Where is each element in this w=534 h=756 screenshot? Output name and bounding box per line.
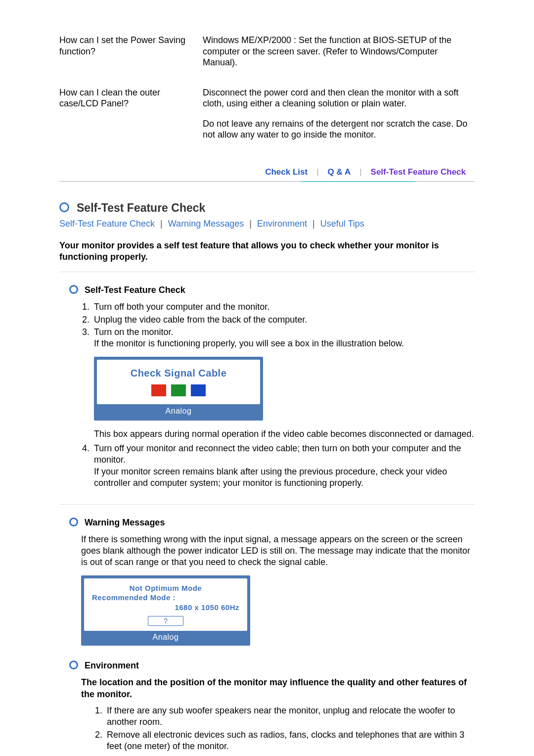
osd-text: Check Signal Cable <box>102 367 255 379</box>
qa-answer: Windows ME/XP/2000 : Set the function at… <box>203 35 475 77</box>
section-header: Self-Test Feature Check Self-Test Featur… <box>59 201 475 229</box>
osd-line: Recommended Mode : <box>92 593 239 603</box>
subnav-tips[interactable]: Useful Tips <box>320 219 364 229</box>
bullet-icon <box>59 202 69 212</box>
sub-heading: Environment <box>85 661 139 670</box>
subnav-warning[interactable]: Warning Messages <box>168 219 244 229</box>
subnav-self-test[interactable]: Self-Test Feature Check <box>59 219 155 229</box>
osd-footer: Analog <box>84 631 247 643</box>
blue-square-icon <box>191 384 206 396</box>
tab-check-list[interactable]: Check List <box>256 164 316 180</box>
sub-heading: Self-Test Feature Check <box>85 285 185 295</box>
list-item: Turn off both your computer and the moni… <box>92 301 475 313</box>
list-item: If there are any sub woofer speakers nea… <box>105 705 475 728</box>
self-test-steps: Turn off both your computer and the moni… <box>80 301 475 489</box>
qa-row: How can I set the Power Saving function?… <box>59 35 475 77</box>
red-square-icon <box>151 384 166 396</box>
list-item: Turn off your monitor and reconnect the … <box>92 443 475 489</box>
warning-text: If there is something wrong with the inp… <box>81 534 475 568</box>
osd-footer: Analog <box>97 404 260 418</box>
help-icon: ? <box>148 616 183 626</box>
bullet-icon <box>69 661 78 669</box>
green-square-icon <box>171 384 186 396</box>
bullet-icon <box>69 285 78 294</box>
qa-question: How can I clean the outer case/LCD Panel… <box>59 87 203 149</box>
sub-heading: Warning Messages <box>85 518 165 527</box>
section-title: Self-Test Feature Check <box>77 201 205 214</box>
divider <box>59 504 475 505</box>
qa-question: How can I set the Power Saving function? <box>59 35 203 77</box>
list-item: Unplug the video cable from the back of … <box>92 314 475 326</box>
env-intro: The location and the position of the mon… <box>81 677 475 700</box>
bullet-icon <box>69 518 78 526</box>
tab-bar: Check List | Q & A | Self-Test Feature C… <box>59 164 475 182</box>
list-item: Remove all electronic devices such as ra… <box>105 729 475 753</box>
section-intro: Your monitor provides a self test featur… <box>59 240 475 263</box>
osd-note: This box appears during normal operation… <box>94 428 475 440</box>
osd-line: Not Optimum Mode <box>92 583 239 593</box>
list-item: Turn on the monitor. If the monitor is f… <box>92 327 475 440</box>
osd-line: 1680 x 1050 60Hz <box>92 603 239 613</box>
osd-not-optimum: Not Optimum Mode Recommended Mode : 1680… <box>81 575 250 646</box>
osd-color-squares <box>102 384 255 396</box>
qa-row: How can I clean the outer case/LCD Panel… <box>59 87 475 149</box>
sub-environment: Environment The location and the positio… <box>69 661 475 752</box>
qa-answer: Disconnect the power cord and then clean… <box>203 87 475 149</box>
tab-self-test[interactable]: Self-Test Feature Check <box>362 164 475 180</box>
subnav-environment[interactable]: Environment <box>257 219 307 229</box>
subnav: Self-Test Feature Check | Warning Messag… <box>59 219 475 229</box>
sub-warning: Warning Messages If there is something w… <box>69 518 475 646</box>
divider <box>59 272 475 272</box>
sub-self-test: Self-Test Feature Check Turn off both yo… <box>69 285 475 489</box>
env-list: If there are any sub woofer speakers nea… <box>93 705 475 753</box>
tab-q-and-a[interactable]: Q & A <box>319 164 360 180</box>
osd-check-signal: Check Signal Cable Analog <box>94 357 263 421</box>
